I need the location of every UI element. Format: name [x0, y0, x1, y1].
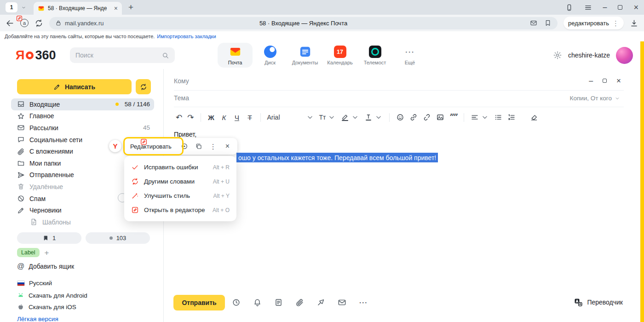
folder-important[interactable]: Главное: [11, 110, 154, 122]
ios-download-link[interactable]: Скачать для iOS: [17, 303, 76, 310]
template-icon[interactable]: [274, 298, 283, 307]
window-close-button[interactable]: ×: [633, 3, 638, 12]
strikethrough-button[interactable]: Т: [246, 114, 254, 121]
browser-tab[interactable]: 58 · Входящие — Янде ×: [34, 2, 122, 15]
compose-actions: ⋯: [232, 298, 368, 307]
to-field[interactable]: Кому: [174, 77, 189, 85]
popup-more-icon[interactable]: ⋮: [206, 143, 220, 150]
highlight-color-select[interactable]: [341, 113, 359, 121]
align-icon: [471, 113, 479, 121]
font-family-select[interactable]: Arial: [267, 113, 314, 121]
selected-text[interactable]: ошо у остальных кажется тоже. Передавай …: [236, 153, 438, 162]
window-minimize-button[interactable]: –: [603, 4, 607, 11]
signature-icon[interactable]: [316, 298, 325, 307]
send-button[interactable]: Отправить: [173, 295, 225, 310]
app-mail[interactable]: Почта: [218, 43, 253, 68]
refresh-button[interactable]: [136, 79, 151, 94]
font-size-select[interactable]: Tт: [319, 113, 336, 121]
insert-link-button[interactable]: [409, 113, 418, 121]
tab-count-button[interactable]: 1: [6, 2, 17, 12]
popup-close-icon[interactable]: ×: [220, 143, 235, 150]
app-disk[interactable]: Диск: [253, 43, 288, 68]
clear-formatting-button[interactable]: [530, 113, 538, 121]
tab-close-icon[interactable]: ×: [114, 5, 118, 12]
back-icon[interactable]: [6, 19, 14, 28]
label-chip[interactable]: Label: [17, 248, 40, 257]
bookmark-icon[interactable]: [544, 19, 552, 27]
attach-file-icon[interactable]: [295, 298, 304, 307]
search-input[interactable]: [75, 52, 161, 59]
cc-from-toggle[interactable]: Копии, От кого: [570, 95, 620, 102]
bold-button[interactable]: Ж: [207, 114, 215, 121]
new-tab-button[interactable]: +: [126, 2, 136, 12]
folder-newsletters[interactable]: Рассылки 45: [11, 122, 154, 134]
translator-icon: [574, 298, 583, 307]
align-select[interactable]: [471, 113, 489, 121]
notify-icon[interactable]: [253, 298, 262, 307]
address-bar[interactable]: mail.yandex.ru 58 · Входящие — Яндекс По…: [49, 17, 558, 29]
schedule-send-icon[interactable]: [232, 298, 241, 307]
underline-button[interactable]: Ч: [233, 114, 241, 121]
devices-icon[interactable]: [565, 4, 573, 12]
emoji-button[interactable]: [396, 113, 404, 121]
tab-list-chevron-icon[interactable]: [21, 5, 26, 10]
translator-button[interactable]: Переводчик: [574, 298, 623, 307]
attach-from-mail-icon[interactable]: [338, 298, 346, 307]
url-text[interactable]: mail.yandex.ru: [65, 20, 104, 27]
compose-expand-icon[interactable]: [603, 79, 607, 83]
reload-icon[interactable]: [34, 19, 43, 28]
app-calendar[interactable]: 17 Календарь: [322, 43, 357, 68]
yandex-sidebar-strip[interactable]: [640, 41, 644, 322]
menu-item-fix-errors[interactable]: Исправить ошибки Alt + R: [124, 160, 236, 174]
settings-gear-icon[interactable]: [553, 51, 562, 60]
compose-close-icon[interactable]: ×: [616, 77, 621, 85]
remove-link-button[interactable]: [423, 113, 431, 121]
app-more[interactable]: ⋯ Ещё: [392, 43, 427, 68]
folder-inbox[interactable]: Входящие 58 / 1146: [11, 98, 154, 110]
yandex360-logo[interactable]: Я 360: [16, 41, 56, 69]
text-color-select[interactable]: [364, 113, 383, 121]
bullet-list-button[interactable]: [494, 113, 502, 121]
editor-extension-label: редактировать: [568, 20, 609, 27]
language-link[interactable]: Русский: [17, 280, 52, 287]
compose-minimize-icon[interactable]: –: [589, 77, 593, 85]
edit-button[interactable]: Редактировать: [124, 138, 178, 155]
add-mailbox[interactable]: @ Добавить ящик: [17, 262, 74, 270]
search-box[interactable]: [70, 47, 175, 63]
undo-button[interactable]: ↶: [176, 113, 182, 122]
popup-options-button[interactable]: [178, 143, 192, 150]
menu-item-rephrase[interactable]: Другими словами Alt + U: [124, 174, 236, 189]
quote-button[interactable]: ””: [449, 113, 457, 121]
menu-item-improve-style[interactable]: Улучшить стиль Alt + Y: [124, 189, 236, 203]
browser-menu-icon[interactable]: [584, 4, 592, 12]
at-icon: @: [17, 262, 24, 270]
compose-button[interactable]: Написать: [17, 79, 132, 94]
light-version-link[interactable]: Лёгкая версия: [17, 316, 58, 322]
redo-button[interactable]: ↷: [187, 113, 194, 122]
app-documents[interactable]: Документы: [288, 43, 322, 68]
username[interactable]: cheshire-katze: [568, 52, 610, 59]
more-actions-icon[interactable]: ⋯: [359, 298, 368, 307]
insert-image-button[interactable]: [436, 113, 444, 121]
add-label-icon[interactable]: +: [45, 249, 49, 257]
app-telemost[interactable]: Телемост: [357, 43, 392, 68]
numbered-list-button[interactable]: [507, 113, 516, 121]
import-bookmarks-link[interactable]: Импортировать закладки: [157, 34, 216, 39]
unread-pill[interactable]: 103: [86, 232, 150, 244]
downloads-icon[interactable]: [630, 19, 638, 28]
window-maximize-button[interactable]: [618, 5, 622, 10]
menu-item-open-editor[interactable]: Открыть в редакторе Alt + O: [124, 203, 236, 217]
android-download-link[interactable]: Скачать для Android: [17, 292, 87, 299]
yandex-extension-fab[interactable]: Y: [109, 140, 121, 152]
mail-shortcut-icon[interactable]: [530, 19, 537, 27]
message-body-text[interactable]: Привет,: [174, 131, 196, 138]
search-icon[interactable]: [161, 52, 169, 59]
italic-button[interactable]: К: [220, 114, 228, 121]
subject-field[interactable]: Тема: [174, 94, 189, 102]
editor-extension-button[interactable]: редактировать ⋮: [564, 17, 624, 29]
avatar[interactable]: [616, 47, 633, 64]
editor-extension-menu-icon[interactable]: ⋮: [612, 20, 619, 27]
copy-button[interactable]: [192, 143, 206, 150]
editor-logo-icon: [131, 206, 139, 214]
bookmarks-pill[interactable]: 1: [17, 232, 81, 244]
